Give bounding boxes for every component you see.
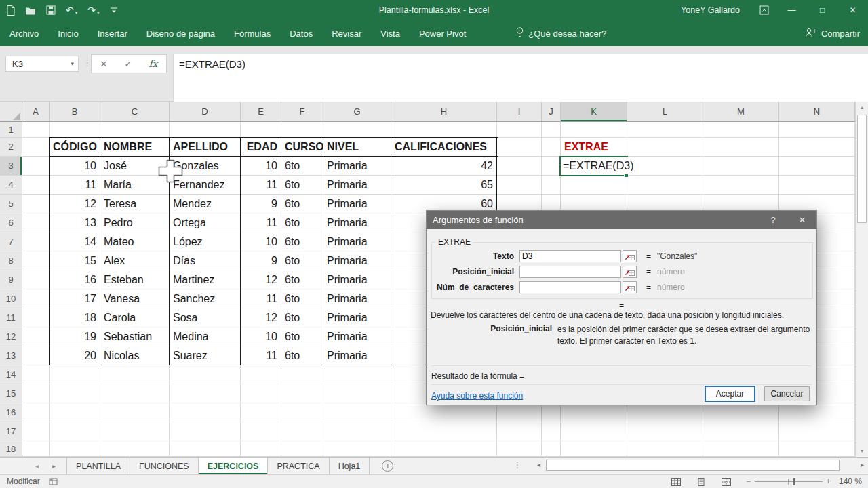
cell-E18[interactable] (241, 441, 281, 457)
cell-N4[interactable] (779, 176, 855, 195)
column-header-H[interactable]: H (391, 102, 497, 122)
cell-C9[interactable]: Esteban (100, 270, 170, 289)
row-header-17[interactable]: 17 (0, 422, 22, 441)
row-header-9[interactable]: 9 (0, 270, 22, 289)
cell-A1[interactable] (22, 122, 50, 138)
cell-F17[interactable] (281, 422, 323, 441)
cell-C6[interactable]: Pedro (100, 214, 170, 232)
cell-J17[interactable] (542, 422, 561, 441)
cell-A7[interactable] (22, 232, 50, 251)
dialog-title-bar[interactable]: Argumentos de función ? ✕ (427, 211, 816, 229)
cell-F2[interactable]: CURSO (281, 138, 323, 157)
zoom-in-icon[interactable]: + (826, 476, 831, 486)
enter-entry-icon[interactable]: ✓ (124, 59, 132, 69)
cell-E15[interactable] (241, 384, 281, 403)
cell-J3[interactable] (542, 157, 561, 176)
cell-D10[interactable]: Sanchez (170, 289, 241, 308)
cell-A9[interactable] (22, 270, 50, 289)
cell-B8[interactable]: 15 (50, 251, 100, 270)
redo-dropdown-icon[interactable]: ▾ (97, 10, 100, 15)
cell-B2[interactable]: CÓDIGO (50, 138, 100, 157)
vertical-scroll-thumb[interactable] (857, 115, 867, 223)
column-header-L[interactable]: L (627, 102, 703, 122)
column-header-D[interactable]: D (170, 102, 241, 122)
cell-B15[interactable] (50, 384, 100, 403)
add-sheet-icon[interactable]: + (382, 460, 393, 472)
cell-E13[interactable]: 11 (241, 346, 281, 365)
cell-C12[interactable]: Sebastian (100, 327, 170, 346)
formula-bar-input[interactable]: =EXTRAE(D3) (173, 54, 868, 102)
cell-B13[interactable]: 20 (50, 346, 100, 365)
cell-F18[interactable] (281, 441, 323, 457)
row-header-8[interactable]: 8 (0, 251, 22, 270)
cell-M3[interactable] (703, 157, 779, 176)
cell-A15[interactable] (22, 384, 50, 403)
cell-D12[interactable]: Medina (170, 327, 241, 346)
scroll-up-icon[interactable]: ▴ (856, 102, 868, 113)
cell-J18[interactable] (542, 441, 561, 457)
cell-G18[interactable] (323, 441, 391, 457)
column-header-C[interactable]: C (100, 102, 170, 122)
minimize-button[interactable]: — (776, 0, 807, 20)
cell-B9[interactable]: 16 (50, 270, 100, 289)
cell-A14[interactable] (22, 365, 50, 384)
range-selector-icon[interactable] (623, 250, 637, 262)
cell-F3[interactable]: 6to (281, 157, 323, 176)
sheet-tab-hoja1[interactable]: Hoja1 (330, 458, 370, 474)
cell-C16[interactable] (100, 403, 170, 422)
cell-J2[interactable] (542, 138, 561, 157)
cell-F5[interactable]: 6to (281, 195, 323, 214)
cell-D9[interactable]: Martinez (170, 270, 241, 289)
cell-D13[interactable]: Suarez (170, 346, 241, 365)
cell-H16[interactable] (391, 403, 497, 422)
cell-E10[interactable]: 11 (241, 289, 281, 308)
cell-K4[interactable] (561, 176, 627, 195)
cell-H3[interactable]: 42 (391, 157, 497, 176)
redo-button[interactable]: ↷▾ (87, 5, 99, 15)
new-file-icon[interactable] (7, 5, 15, 16)
row-header-16[interactable]: 16 (0, 403, 22, 422)
cell-D17[interactable] (170, 422, 241, 441)
ribbon-display-options-icon[interactable] (752, 0, 776, 20)
ribbon-tab-inicio[interactable]: Inicio (48, 20, 87, 46)
cell-N16[interactable] (779, 403, 855, 422)
cell-D7[interactable]: López (170, 232, 241, 251)
cell-N17[interactable] (779, 422, 855, 441)
cell-G4[interactable]: Primaria (323, 176, 391, 195)
column-header-E[interactable]: E (241, 102, 281, 122)
row-header-18[interactable]: 18 (0, 441, 22, 457)
cancel-button[interactable]: Cancelar (764, 386, 810, 401)
column-header-M[interactable]: M (703, 102, 779, 122)
cell-A6[interactable] (22, 214, 50, 232)
cell-G9[interactable]: Primaria (323, 270, 391, 289)
cell-E5[interactable]: 9 (241, 195, 281, 214)
cell-F8[interactable]: 6to (281, 251, 323, 270)
cell-M17[interactable] (703, 422, 779, 441)
zoom-level[interactable]: 140 % (839, 476, 862, 486)
cell-G5[interactable]: Primaria (323, 195, 391, 214)
column-header-G[interactable]: G (323, 102, 391, 122)
ribbon-tab-archivo[interactable]: Archivo (0, 20, 48, 46)
ribbon-tab-formulas[interactable]: Fórmulas (224, 20, 280, 46)
cell-C11[interactable]: Carola (100, 308, 170, 327)
cell-I4[interactable] (497, 176, 542, 195)
cell-G14[interactable] (323, 365, 391, 384)
cell-A4[interactable] (22, 176, 50, 195)
name-box-dropdown-icon[interactable]: ▾ (71, 60, 78, 67)
cell-G6[interactable]: Primaria (323, 214, 391, 232)
cell-E9[interactable]: 12 (241, 270, 281, 289)
row-header-13[interactable]: 13 (0, 346, 22, 365)
ribbon-tab-vista[interactable]: Vista (371, 20, 410, 46)
cell-E7[interactable]: 10 (241, 232, 281, 251)
cell-D14[interactable] (170, 365, 241, 384)
cell-B17[interactable] (50, 422, 100, 441)
normal-view-icon[interactable] (671, 478, 681, 488)
cell-I2[interactable] (497, 138, 542, 157)
cell-B6[interactable]: 13 (50, 214, 100, 232)
cell-F11[interactable]: 6to (281, 308, 323, 327)
cell-D2[interactable]: APELLIDO (170, 138, 241, 157)
cell-A16[interactable] (22, 403, 50, 422)
cell-I3[interactable] (497, 157, 542, 176)
tab-scroll-dots[interactable]: ⋮ (513, 460, 521, 470)
cell-A10[interactable] (22, 289, 50, 308)
